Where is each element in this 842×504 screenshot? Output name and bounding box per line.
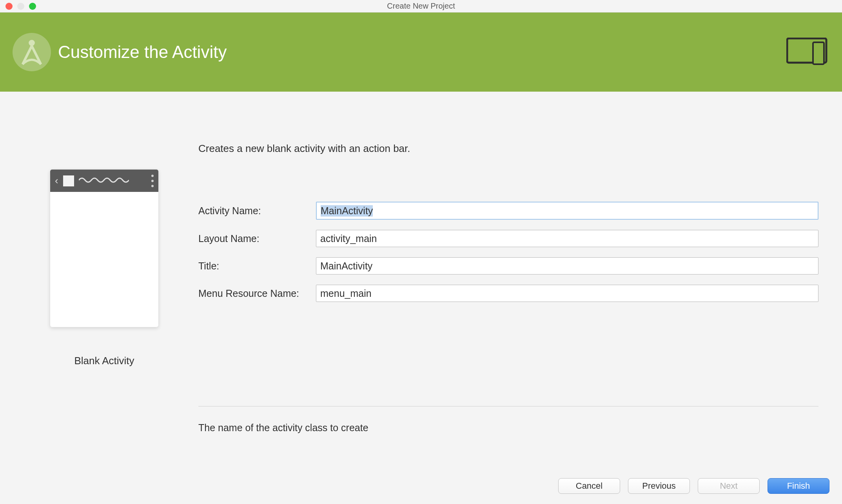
- maximize-window-button[interactable]: [29, 3, 36, 10]
- activity-name-label: Activity Name:: [198, 205, 316, 217]
- overflow-menu-icon: [151, 175, 154, 187]
- divider: [198, 406, 818, 406]
- svg-point-0: [29, 40, 35, 46]
- title-placeholder-icon: [79, 177, 147, 184]
- traffic-lights: [0, 3, 36, 10]
- activity-name-value: MainActivity: [321, 205, 373, 217]
- close-window-button[interactable]: [5, 3, 13, 10]
- title-input[interactable]: [316, 257, 818, 275]
- cancel-button[interactable]: Cancel: [558, 478, 620, 494]
- wizard-title: Customize the Activity: [58, 42, 227, 62]
- form-column: Creates a new blank activity with an act…: [198, 115, 828, 434]
- svg-rect-2: [813, 42, 824, 64]
- form-factor-icon: [786, 38, 829, 67]
- menu-resource-row: Menu Resource Name:: [198, 285, 818, 302]
- android-studio-logo-icon: [13, 33, 51, 71]
- next-button: Next: [698, 478, 760, 494]
- layout-name-input[interactable]: [316, 230, 818, 247]
- layout-name-row: Layout Name:: [198, 230, 818, 247]
- preview-column: ‹ Blank Activity: [14, 115, 194, 434]
- layout-name-label: Layout Name:: [198, 233, 316, 244]
- finish-button[interactable]: Finish: [768, 478, 829, 494]
- app-icon-placeholder: [63, 175, 74, 186]
- hint-text: The name of the activity class to create: [198, 422, 818, 434]
- title-row: Title:: [198, 257, 818, 275]
- previous-button[interactable]: Previous: [628, 478, 690, 494]
- wizard-description: Creates a new blank activity with an act…: [198, 143, 818, 155]
- wizard-footer: Cancel Previous Next Finish: [558, 478, 829, 494]
- title-label: Title:: [198, 260, 316, 272]
- activity-preview: ‹: [50, 169, 159, 327]
- back-chevron-icon: ‹: [55, 175, 58, 187]
- menu-resource-input[interactable]: [316, 285, 818, 302]
- window-title: Create New Project: [387, 2, 455, 11]
- wizard-banner: Customize the Activity: [0, 13, 842, 92]
- activity-name-row: Activity Name: MainActivity: [198, 202, 818, 220]
- preview-actionbar: ‹: [50, 170, 158, 192]
- window-titlebar: Create New Project: [0, 0, 842, 13]
- minimize-window-button[interactable]: [17, 3, 24, 10]
- menu-resource-label: Menu Resource Name:: [198, 288, 316, 299]
- activity-name-input[interactable]: MainActivity: [316, 202, 818, 220]
- content-area: ‹ Blank Activity Creates a new blank act…: [0, 92, 842, 434]
- preview-label: Blank Activity: [74, 355, 134, 367]
